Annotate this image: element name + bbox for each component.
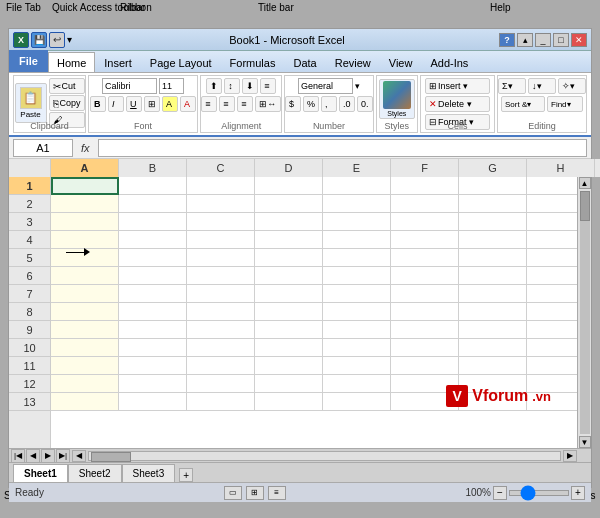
close-button[interactable]: ✕ xyxy=(571,33,587,47)
cell-E9[interactable] xyxy=(323,321,391,339)
insert-cells-button[interactable]: ⊞Insert ▾ xyxy=(425,78,490,94)
col-header-C[interactable]: C xyxy=(187,159,255,177)
cell-H3[interactable] xyxy=(527,213,577,231)
cell-D2[interactable] xyxy=(255,195,323,213)
cell-E13[interactable] xyxy=(323,393,391,411)
tab-next-button[interactable]: ▶ xyxy=(41,449,55,463)
cell-F4[interactable] xyxy=(391,231,459,249)
row-header-3[interactable]: 3 xyxy=(9,213,50,231)
col-header-F[interactable]: F xyxy=(391,159,459,177)
font-name-input[interactable] xyxy=(102,78,157,94)
sheet-tab-sheet2[interactable]: Sheet2 xyxy=(68,464,122,482)
hscroll-left-button[interactable]: ◀ xyxy=(72,450,86,462)
row-header-8[interactable]: 8 xyxy=(9,303,50,321)
increase-decimal-button[interactable]: .0 xyxy=(339,96,355,112)
cell-G4[interactable] xyxy=(459,231,527,249)
cell-H4[interactable] xyxy=(527,231,577,249)
cell-A7[interactable] xyxy=(51,285,119,303)
cell-D11[interactable] xyxy=(255,357,323,375)
cell-F1[interactable] xyxy=(391,177,459,195)
font-size-input[interactable] xyxy=(159,78,184,94)
qa-dropdown[interactable]: ▾ xyxy=(67,34,75,45)
tab-first-button[interactable]: |◀ xyxy=(11,449,25,463)
tab-insert[interactable]: Insert xyxy=(95,52,141,72)
cell-C13[interactable] xyxy=(187,393,255,411)
cell-F10[interactable] xyxy=(391,339,459,357)
cell-E12[interactable] xyxy=(323,375,391,393)
cell-H9[interactable] xyxy=(527,321,577,339)
cell-G1[interactable] xyxy=(459,177,527,195)
cell-H6[interactable] xyxy=(527,267,577,285)
cell-F5[interactable] xyxy=(391,249,459,267)
tab-home[interactable]: Home xyxy=(48,52,95,72)
col-header-B[interactable]: B xyxy=(119,159,187,177)
col-header-H[interactable]: H xyxy=(527,159,595,177)
cell-A11[interactable] xyxy=(51,357,119,375)
cell-B2[interactable] xyxy=(119,195,187,213)
italic-button[interactable]: I xyxy=(108,96,124,112)
cell-B12[interactable] xyxy=(119,375,187,393)
col-header-E[interactable]: E xyxy=(323,159,391,177)
cell-A3[interactable] xyxy=(51,213,119,231)
bold-button[interactable]: B xyxy=(90,96,106,112)
styles-button[interactable]: Styles xyxy=(379,79,415,119)
cell-C4[interactable] xyxy=(187,231,255,249)
normal-view-button[interactable]: ▭ xyxy=(224,486,242,500)
cell-F8[interactable] xyxy=(391,303,459,321)
tab-data[interactable]: Data xyxy=(284,52,325,72)
cell-D6[interactable] xyxy=(255,267,323,285)
sheet-tab-sheet3[interactable]: Sheet3 xyxy=(122,464,176,482)
cell-D5[interactable] xyxy=(255,249,323,267)
cell-F9[interactable] xyxy=(391,321,459,339)
cell-E3[interactable] xyxy=(323,213,391,231)
cell-B4[interactable] xyxy=(119,231,187,249)
find-select-button[interactable]: Find▾ xyxy=(547,96,583,112)
cell-D1[interactable] xyxy=(255,177,323,195)
cell-C7[interactable] xyxy=(187,285,255,303)
tab-last-button[interactable]: ▶| xyxy=(56,449,70,463)
align-top-button[interactable]: ⬆ xyxy=(206,78,222,94)
paste-button[interactable]: 📋 Paste xyxy=(15,83,47,123)
cell-E7[interactable] xyxy=(323,285,391,303)
hscroll-thumb[interactable] xyxy=(91,452,131,462)
row-header-5[interactable]: 5 xyxy=(9,249,50,267)
cell-A13[interactable] xyxy=(51,393,119,411)
cell-H5[interactable] xyxy=(527,249,577,267)
cell-H11[interactable] xyxy=(527,357,577,375)
cell-H10[interactable] xyxy=(527,339,577,357)
cell-D8[interactable] xyxy=(255,303,323,321)
cut-button[interactable]: ✂Cut xyxy=(49,78,85,94)
cell-E2[interactable] xyxy=(323,195,391,213)
cell-G5[interactable] xyxy=(459,249,527,267)
fill-button[interactable]: ↓▾ xyxy=(528,78,556,94)
cell-C8[interactable] xyxy=(187,303,255,321)
cell-A10[interactable] xyxy=(51,339,119,357)
cell-D3[interactable] xyxy=(255,213,323,231)
align-center-button[interactable]: ≡ xyxy=(219,96,235,112)
zoom-in-button[interactable]: + xyxy=(571,486,585,500)
col-header-I[interactable]: I xyxy=(595,159,600,177)
sort-filter-button[interactable]: Sort &▾ xyxy=(501,96,545,112)
comma-button[interactable]: , xyxy=(321,96,337,112)
fill-color-button[interactable]: A xyxy=(162,96,178,112)
clear-button[interactable]: ✧▾ xyxy=(558,78,586,94)
cell-A1[interactable] xyxy=(51,177,119,195)
cell-C6[interactable] xyxy=(187,267,255,285)
cell-B10[interactable] xyxy=(119,339,187,357)
cell-F11[interactable] xyxy=(391,357,459,375)
underline-button[interactable]: U xyxy=(126,96,142,112)
align-right-button[interactable]: ≡ xyxy=(237,96,253,112)
formula-input[interactable] xyxy=(98,139,587,157)
cell-A2[interactable] xyxy=(51,195,119,213)
row-header-1[interactable]: 1 xyxy=(9,177,50,195)
hscroll-right-button[interactable]: ▶ xyxy=(563,450,577,462)
cell-E8[interactable] xyxy=(323,303,391,321)
cell-H1[interactable] xyxy=(527,177,577,195)
excel-icon[interactable]: X xyxy=(13,32,29,48)
page-layout-view-button[interactable]: ⊞ xyxy=(246,486,264,500)
minimize-button[interactable]: _ xyxy=(535,33,551,47)
row-header-13[interactable]: 13 xyxy=(9,393,50,411)
ribbon-toggle[interactable]: ▴ xyxy=(517,33,533,47)
cell-A8[interactable] xyxy=(51,303,119,321)
sum-button[interactable]: Σ▾ xyxy=(498,78,526,94)
